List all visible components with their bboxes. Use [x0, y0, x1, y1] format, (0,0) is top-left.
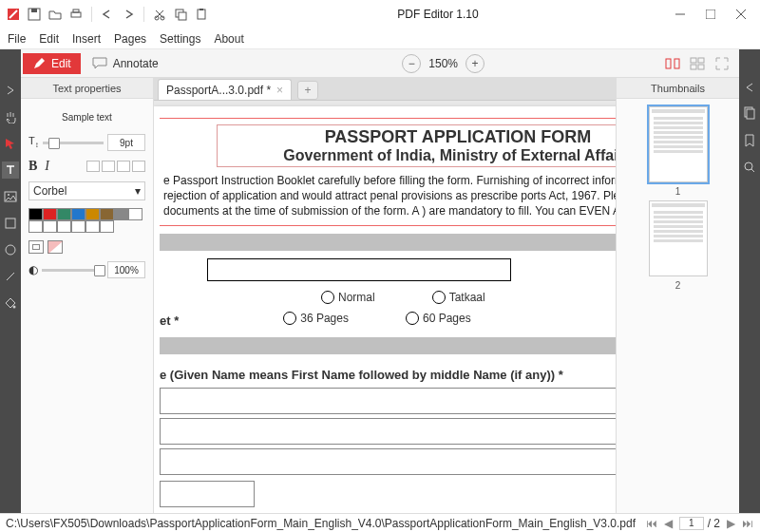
font-family-select[interactable]: Corbel ▾ [28, 181, 145, 200]
ellipse-tool-icon[interactable] [2, 241, 19, 258]
svg-rect-19 [5, 192, 16, 201]
radio-36pages[interactable]: 36 Pages [283, 312, 349, 325]
swatch-empty[interactable] [86, 220, 100, 233]
titlebar: PDF Editor 1.10 [0, 0, 760, 28]
align-center-button[interactable] [102, 161, 115, 172]
italic-button[interactable]: I [45, 159, 49, 174]
section-bar [160, 337, 616, 354]
fullscreen-icon[interactable] [712, 55, 732, 72]
prev-page-button[interactable]: ◀ [662, 517, 675, 530]
thumbnail-page-1[interactable] [649, 106, 708, 182]
annotate-mode-button[interactable]: Annotate [83, 53, 168, 74]
rect-tool-icon[interactable] [2, 215, 19, 232]
radio-60pages[interactable]: 60 Pages [406, 312, 471, 325]
swatch-red[interactable] [43, 208, 57, 220]
swatch-empty[interactable] [43, 220, 57, 233]
zoom-in-button[interactable]: + [466, 54, 484, 73]
color-swatches [28, 208, 145, 233]
swatch-black[interactable] [28, 208, 43, 220]
fill-color-icon[interactable] [48, 240, 63, 254]
swatch-empty[interactable] [100, 220, 114, 233]
swatch-white[interactable] [128, 208, 142, 220]
font-size-value[interactable]: 9pt [107, 134, 145, 151]
radio-normal[interactable]: Normal [321, 291, 375, 304]
cut-icon[interactable] [150, 5, 169, 24]
swatch-gray[interactable] [114, 208, 128, 220]
swatch-green[interactable] [57, 208, 71, 220]
bookmark-icon[interactable] [745, 134, 754, 150]
form-title: PASSPORT APPLICATION FORM [218, 127, 616, 147]
undo-icon[interactable] [98, 5, 117, 24]
bold-button[interactable]: B [28, 159, 37, 174]
given-name-label: e (Given Name means First Name followed … [160, 362, 616, 384]
stroke-color-icon[interactable] [28, 240, 44, 254]
align-justify-button[interactable] [132, 161, 145, 172]
document-tab[interactable]: PassportA...3.0.pdf * × [158, 79, 292, 100]
page-number-input[interactable]: 1 [679, 517, 704, 530]
minimize-button[interactable] [665, 1, 695, 28]
thumbnails-panel: Thumbnails 1 2 [616, 78, 739, 513]
view-grid-icon[interactable] [688, 55, 707, 72]
zoom-out-button[interactable]: − [402, 54, 421, 73]
next-page-button[interactable]: ▶ [724, 517, 737, 530]
menu-about[interactable]: About [214, 32, 243, 46]
form-text-field[interactable] [160, 481, 255, 507]
text-tool-icon[interactable] [2, 162, 19, 179]
align-left-button[interactable] [86, 161, 100, 172]
print-icon[interactable] [66, 5, 86, 24]
tabbar: PassportA...3.0.pdf * × + [154, 78, 616, 101]
save-icon[interactable] [25, 5, 44, 24]
opacity-slider[interactable]: .opacity-row .slider::after{left:85%} [42, 269, 104, 272]
fill-tool-icon[interactable] [2, 294, 19, 312]
redo-icon[interactable] [119, 5, 138, 24]
svg-point-24 [13, 306, 16, 309]
svg-rect-26 [747, 109, 754, 119]
close-button[interactable] [726, 1, 756, 28]
swatch-empty[interactable] [28, 220, 43, 233]
swatch-empty[interactable] [57, 220, 71, 233]
paste-icon[interactable] [192, 5, 211, 24]
form-text-field[interactable] [160, 388, 616, 414]
chevron-right-icon[interactable] [2, 82, 19, 99]
first-page-button[interactable]: ⏮ [645, 517, 658, 530]
thumbnail-page-2[interactable] [649, 200, 708, 276]
edit-mode-label: Edit [51, 57, 71, 70]
image-tool-icon[interactable] [2, 188, 19, 205]
swatch-empty[interactable] [71, 220, 86, 233]
swatch-blue[interactable] [71, 208, 86, 220]
pages-icon[interactable] [744, 106, 755, 123]
line-tool-icon[interactable] [2, 268, 19, 285]
maximize-button[interactable] [695, 1, 726, 28]
form-text-field[interactable] [160, 448, 616, 475]
font-size-slider[interactable] [43, 142, 104, 144]
chevron-left-icon[interactable] [745, 82, 754, 95]
form-text-field[interactable] [160, 418, 616, 445]
menu-edit[interactable]: Edit [39, 32, 59, 46]
form-text-field[interactable] [207, 258, 511, 281]
hand-tool-icon[interactable] [2, 108, 19, 125]
swatch-brown[interactable] [100, 208, 114, 220]
svg-rect-3 [71, 12, 81, 17]
search-icon[interactable] [744, 162, 755, 176]
arrow-tool-icon[interactable] [2, 135, 19, 152]
radio-tatkaal[interactable]: Tatkaal [432, 291, 485, 304]
content-area: Text properties Sample text T↕ 9pt B I C… [0, 78, 760, 513]
menu-insert[interactable]: Insert [72, 32, 101, 46]
menu-file[interactable]: File [8, 32, 26, 46]
annotate-mode-label: Annotate [113, 57, 159, 70]
swatch-orange[interactable] [86, 208, 100, 220]
last-page-button[interactable]: ⏭ [741, 517, 754, 530]
menu-pages[interactable]: Pages [114, 32, 146, 46]
edit-mode-button[interactable]: Edit [23, 53, 81, 74]
svg-rect-2 [31, 9, 37, 12]
copy-icon[interactable] [171, 5, 190, 24]
page-viewport[interactable]: PASSPORT APPLICATION FORM Government of … [154, 101, 616, 513]
opacity-value[interactable]: 100% [107, 261, 145, 278]
align-right-button[interactable] [117, 161, 130, 172]
open-icon[interactable] [46, 5, 65, 24]
view-single-icon[interactable] [663, 55, 682, 72]
menu-settings[interactable]: Settings [160, 32, 200, 46]
tab-close-icon[interactable]: × [276, 84, 283, 97]
chevron-down-icon: ▾ [135, 184, 141, 198]
tab-add-button[interactable]: + [297, 81, 318, 100]
